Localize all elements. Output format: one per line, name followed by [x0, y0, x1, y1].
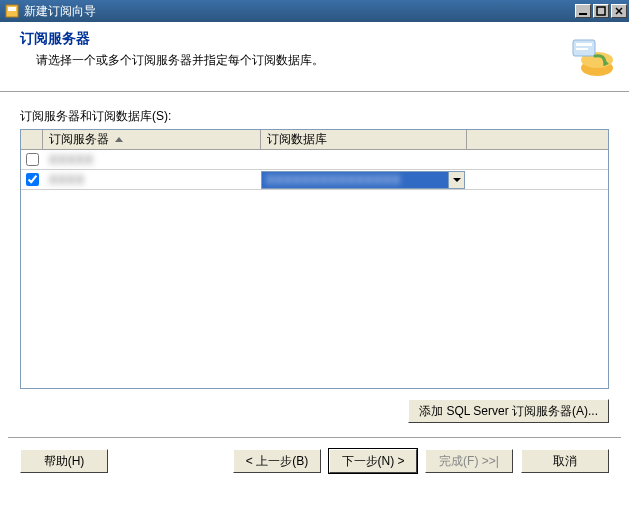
server-cell[interactable]: XXXX	[43, 173, 261, 187]
cancel-button[interactable]: 取消	[521, 449, 609, 473]
database-combobox[interactable]: XXXXXXXXXXXXXXX	[261, 171, 465, 189]
wizard-icon	[567, 32, 615, 80]
svg-rect-3	[597, 7, 605, 15]
grid-label: 订阅服务器和订阅数据库(S):	[20, 108, 609, 125]
table-row: XXXXX	[21, 150, 608, 170]
svg-rect-9	[576, 43, 592, 46]
minimize-button[interactable]	[575, 4, 591, 18]
server-name: XXXXX	[49, 153, 94, 167]
column-database-header[interactable]: 订阅数据库	[261, 130, 467, 149]
svg-rect-1	[8, 7, 16, 11]
back-button[interactable]: < 上一步(B)	[233, 449, 321, 473]
server-name: XXXX	[49, 173, 85, 187]
svg-rect-2	[579, 13, 587, 15]
titlebar: 新建订阅向导	[0, 0, 629, 22]
column-database-label: 订阅数据库	[267, 131, 327, 148]
page-subtitle: 请选择一个或多个订阅服务器并指定每个订阅数据库。	[20, 52, 617, 69]
finish-button: 完成(F) >>|	[425, 449, 513, 473]
table-row: XXXX XXXXXXXXXXXXXXX	[21, 170, 608, 190]
combobox-dropdown-button[interactable]	[448, 172, 464, 188]
grid-header: 订阅服务器 订阅数据库	[21, 130, 608, 150]
add-sql-server-subscriber-button[interactable]: 添加 SQL Server 订阅服务器(A)...	[408, 399, 609, 423]
wizard-header: 订阅服务器 请选择一个或多个订阅服务器并指定每个订阅数据库。	[0, 22, 629, 92]
next-button[interactable]: 下一步(N) >	[329, 449, 417, 473]
server-cell[interactable]: XXXXX	[43, 153, 261, 167]
maximize-button[interactable]	[593, 4, 609, 18]
chevron-down-icon	[453, 178, 461, 182]
column-server-header[interactable]: 订阅服务器	[43, 130, 261, 149]
subscriber-grid: 订阅服务器 订阅数据库 XXXXX XXXX	[20, 129, 609, 389]
database-selected-value: XXXXXXXXXXXXXXX	[262, 172, 448, 188]
column-server-label: 订阅服务器	[49, 131, 109, 148]
svg-rect-10	[576, 48, 588, 50]
row-checkbox[interactable]	[26, 153, 39, 166]
app-icon	[4, 3, 20, 19]
close-button[interactable]	[611, 4, 627, 18]
sort-ascending-icon	[115, 137, 123, 142]
page-title: 订阅服务器	[20, 30, 617, 48]
content-area: 订阅服务器和订阅数据库(S): 订阅服务器 订阅数据库 XXXXX	[0, 92, 629, 389]
wizard-footer: 帮助(H) < 上一步(B) 下一步(N) > 完成(F) >>| 取消	[0, 439, 629, 473]
column-checkbox-header	[21, 130, 43, 149]
help-button[interactable]: 帮助(H)	[20, 449, 108, 473]
row-checkbox[interactable]	[26, 173, 39, 186]
window-controls	[575, 4, 627, 18]
window-title: 新建订阅向导	[24, 3, 575, 20]
